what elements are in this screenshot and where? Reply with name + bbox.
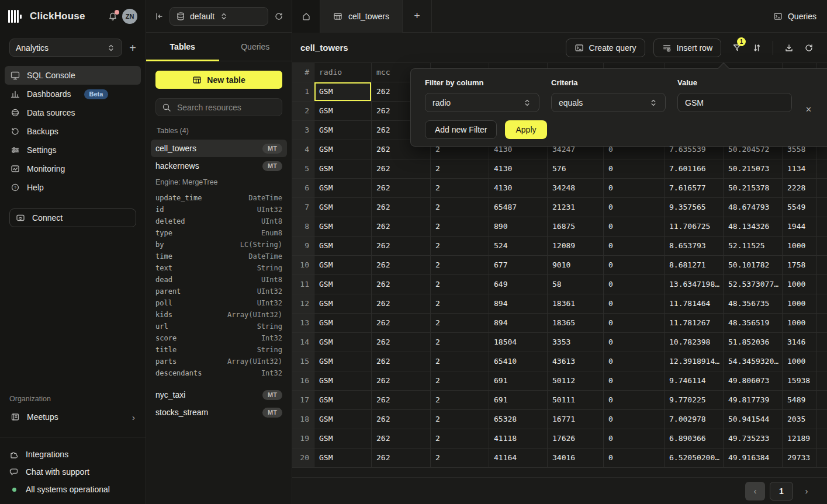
grid-cell[interactable]: 7.002978 <box>665 410 724 429</box>
grid-cell[interactable]: 649 <box>489 275 548 294</box>
grid-cell[interactable]: 8.653793 <box>665 237 724 256</box>
grid-cell[interactable]: 5489 <box>783 391 817 410</box>
grid-cell[interactable] <box>817 294 827 314</box>
grid-cell[interactable]: 11.706725 <box>665 217 724 237</box>
grid-cell[interactable]: 8.681271 <box>665 256 724 275</box>
grid-cell[interactable] <box>817 275 827 294</box>
grid-cell[interactable]: 262 <box>372 429 431 449</box>
grid-cell[interactable]: 9010 <box>548 256 604 275</box>
grid-cell[interactable]: 58 <box>548 275 604 294</box>
create-query-button[interactable]: Create query <box>566 39 645 57</box>
grid-cell[interactable]: 52.5373077… <box>724 275 783 294</box>
new-table-button[interactable]: New table <box>155 71 282 89</box>
grid-cell[interactable]: 6.52050200… <box>665 449 724 468</box>
grid-cell[interactable]: GSM <box>314 198 372 217</box>
grid-cell[interactable]: 12.3918914… <box>665 352 724 371</box>
grid-cell[interactable]: 34016 <box>548 449 604 468</box>
grid-cell[interactable]: GSM <box>314 333 372 352</box>
grid-cell[interactable] <box>817 449 827 468</box>
grid-cell[interactable]: GSM <box>314 256 372 275</box>
grid-cell[interactable]: 5549 <box>783 198 817 217</box>
grid-cell[interactable]: 50112 <box>548 371 604 391</box>
grid-cell[interactable]: 4130 <box>489 179 548 198</box>
grid-cell[interactable]: 0 <box>604 449 665 468</box>
collapse-sidebar-icon[interactable] <box>154 12 164 21</box>
grid-cell[interactable]: 0 <box>604 217 665 237</box>
grid-cell[interactable]: 41118 <box>489 429 548 449</box>
grid-cell[interactable]: GSM <box>314 179 372 198</box>
search-box[interactable] <box>155 98 282 116</box>
grid-cell[interactable]: GSM <box>314 217 372 237</box>
grid-cell[interactable]: 9.770225 <box>665 391 724 410</box>
grid-cell[interactable]: 1000 <box>783 352 817 371</box>
grid-cell[interactable]: 262 <box>372 256 431 275</box>
grid-cell[interactable]: 6.890366 <box>665 429 724 449</box>
filter-column-select[interactable]: radio <box>425 93 539 112</box>
grid-cell[interactable]: GSM <box>314 140 372 159</box>
grid-cell[interactable]: 262 <box>372 391 431 410</box>
grid-cell[interactable]: 524 <box>489 237 548 256</box>
grid-cell[interactable]: 894 <box>489 294 548 314</box>
prev-page-button[interactable]: ‹ <box>745 482 765 500</box>
grid-cell[interactable]: 0 <box>604 429 665 449</box>
grid-cell[interactable]: GSM <box>314 352 372 371</box>
grid-cell[interactable]: GSM <box>314 237 372 256</box>
grid-cell[interactable]: GSM <box>314 275 372 294</box>
sidebar-item-chat-with-support[interactable]: Chat with support <box>0 463 146 481</box>
grid-cell[interactable]: 2 <box>431 429 489 449</box>
sidebar-item-backups[interactable]: Backups <box>5 122 141 141</box>
grid-cell[interactable]: 65410 <box>489 352 548 371</box>
refresh-table-button[interactable] <box>799 39 819 57</box>
grid-cell[interactable]: 0 <box>604 410 665 429</box>
grid-cell[interactable]: 48.356519 <box>724 314 783 333</box>
grid-cell[interactable] <box>817 217 827 237</box>
grid-cell[interactable]: 49.817739 <box>724 391 783 410</box>
grid-cell[interactable]: 262 <box>372 217 431 237</box>
tab-queries[interactable]: Queries <box>219 33 292 61</box>
grid-cell[interactable]: 262 <box>372 371 431 391</box>
current-page[interactable]: 1 <box>770 482 793 500</box>
grid-cell[interactable] <box>817 159 827 179</box>
grid-cell[interactable] <box>817 179 827 198</box>
download-button[interactable] <box>779 39 799 57</box>
table-item-hackernews[interactable]: hackernewsMT <box>151 157 287 175</box>
grid-cell[interactable]: 262 <box>372 449 431 468</box>
grid-cell[interactable]: 50.215073 <box>724 159 783 179</box>
grid-cell[interactable]: 2 <box>431 352 489 371</box>
grid-cell[interactable]: 16771 <box>548 410 604 429</box>
grid-cell[interactable]: 9.746114 <box>665 371 724 391</box>
sidebar-item-data-sources[interactable]: Data sources <box>5 103 141 122</box>
sort-button[interactable] <box>747 39 767 57</box>
sidebar-item-sql-console[interactable]: SQL Console <box>5 66 141 85</box>
grid-cell[interactable]: 0 <box>604 391 665 410</box>
grid-cell[interactable] <box>817 429 827 449</box>
grid-cell[interactable]: 2 <box>431 410 489 429</box>
grid-cell[interactable]: 0 <box>604 333 665 352</box>
grid-cell[interactable]: 4130 <box>489 159 548 179</box>
grid-cell[interactable] <box>817 314 827 333</box>
grid-cell[interactable]: 262 <box>372 333 431 352</box>
grid-cell[interactable]: 2 <box>431 314 489 333</box>
grid-cell[interactable]: 21231 <box>548 198 604 217</box>
grid-cell[interactable]: 576 <box>548 159 604 179</box>
grid-cell[interactable]: 691 <box>489 391 548 410</box>
grid-cell[interactable]: 262 <box>372 294 431 314</box>
grid-cell[interactable]: GSM <box>314 294 372 314</box>
grid-cell[interactable]: 0 <box>604 198 665 217</box>
grid-cell[interactable]: GSM <box>314 429 372 449</box>
grid-cell[interactable]: 262 <box>372 237 431 256</box>
grid-cell[interactable]: 2 <box>431 294 489 314</box>
grid-cell[interactable]: GSM <box>314 159 372 179</box>
grid-cell[interactable]: GSM <box>314 449 372 468</box>
grid-cell[interactable]: 1000 <box>783 314 817 333</box>
database-select[interactable]: default <box>169 7 268 26</box>
grid-cell[interactable]: 262 <box>372 198 431 217</box>
queries-button[interactable]: Queries <box>763 0 827 33</box>
grid-cell[interactable]: GSM <box>314 371 372 391</box>
grid-cell[interactable]: 29733 <box>783 449 817 468</box>
grid-cell[interactable]: 691 <box>489 371 548 391</box>
grid-cell[interactable] <box>817 256 827 275</box>
next-page-button[interactable]: › <box>798 482 815 500</box>
grid-cell[interactable]: 17626 <box>548 429 604 449</box>
table-item-nyc-taxi[interactable]: nyc_taxiMT <box>151 386 287 404</box>
